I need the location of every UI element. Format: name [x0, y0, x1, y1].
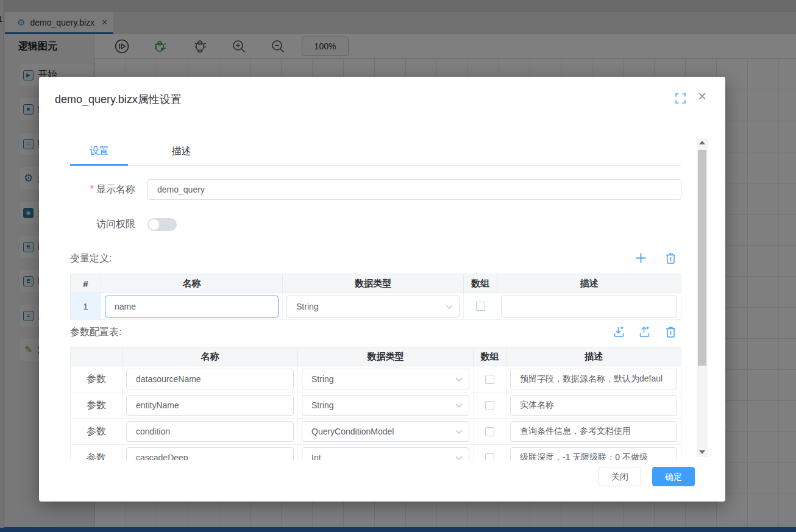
tab-settings[interactable]: 设置: [70, 139, 128, 166]
param-array-cell: [474, 445, 506, 460]
tab-description[interactable]: 描述: [152, 139, 210, 166]
display-name-label-text: 显示名称: [96, 184, 135, 194]
chevron-down-icon: [455, 456, 463, 460]
chevron-down-icon: [455, 377, 463, 381]
param-array-checkbox[interactable]: [485, 427, 494, 436]
param-type-select[interactable]: Int: [302, 447, 469, 460]
col-header-desc: 描述: [506, 348, 681, 366]
param-name-cell: [123, 445, 298, 460]
import-params-icon[interactable]: [613, 325, 625, 338]
col-header-array: 数组: [464, 274, 497, 293]
col-header-index: #: [71, 274, 101, 293]
col-header-desc: 描述: [497, 274, 681, 293]
fullscreen-icon[interactable]: [675, 93, 686, 104]
confirm-button[interactable]: 确定: [652, 467, 695, 486]
param-array-cell: [474, 366, 506, 392]
param-desc-input[interactable]: [510, 447, 677, 460]
param-name-input[interactable]: [126, 447, 294, 460]
param-kind: 参数: [71, 392, 123, 419]
variables-section-label: 变量定义:: [70, 252, 112, 265]
param-kind: 参数: [71, 445, 123, 460]
col-header-name: 名称: [123, 348, 298, 366]
param-type-select[interactable]: String: [302, 369, 469, 389]
variables-table: # 名称 数据类型 数组 描述 1 String: [70, 274, 681, 320]
param-type-cell: String: [298, 366, 474, 392]
chevron-down-icon: [455, 430, 463, 434]
variable-desc-cell: [497, 293, 681, 320]
param-array-cell: [474, 419, 506, 445]
param-name-input[interactable]: [126, 395, 294, 416]
scroll-up-arrow-icon[interactable]: [697, 138, 708, 147]
param-type-select[interactable]: String: [302, 395, 469, 416]
dialog-footer: 关闭 确定: [39, 460, 725, 502]
param-name-cell: [123, 366, 298, 392]
variable-array-cell: [464, 293, 497, 320]
param-array-checkbox[interactable]: [485, 453, 494, 461]
param-type-cell: QueryConditionModel: [298, 419, 474, 445]
display-name-label: *显示名称: [70, 179, 135, 200]
param-desc-cell: [506, 445, 681, 460]
param-type-value: String: [311, 400, 334, 410]
params-table: 名称 数据类型 数组 描述 参数 String 参数 String 参数: [70, 347, 681, 460]
param-type-cell: Int: [298, 445, 474, 460]
param-desc-input[interactable]: [510, 369, 677, 389]
delete-param-icon[interactable]: [664, 325, 677, 338]
display-name-input[interactable]: [147, 179, 681, 200]
chevron-down-icon: [455, 403, 463, 408]
variable-desc-input[interactable]: [501, 296, 677, 317]
params-section-label: 参数配置表:: [70, 326, 121, 339]
properties-dialog: demo_query.bizx属性设置 × 设置 描述 *显示名称 访问权限 变…: [39, 77, 725, 502]
param-type-select[interactable]: QueryConditionModel: [302, 421, 469, 442]
param-array-cell: [474, 392, 506, 419]
param-name-input[interactable]: [126, 369, 294, 389]
param-array-checkbox[interactable]: [485, 375, 494, 384]
param-type-cell: String: [298, 392, 474, 419]
variable-name-cell: [101, 293, 283, 320]
dialog-body: 设置 描述 *显示名称 访问权限 变量定义: # 名称 数据类型 数组 描述 1: [39, 135, 697, 460]
access-toggle[interactable]: [147, 218, 177, 231]
add-variable-icon[interactable]: [634, 252, 647, 264]
col-header-type: 数据类型: [298, 348, 474, 366]
variable-type-select[interactable]: String: [286, 296, 460, 317]
required-mark: *: [90, 184, 94, 194]
param-desc-cell: [506, 419, 681, 445]
close-icon[interactable]: ×: [698, 89, 706, 104]
param-type-value: Int: [311, 453, 321, 460]
close-button[interactable]: 关闭: [599, 467, 641, 486]
dialog-tabs: 设置 描述: [70, 139, 681, 166]
param-kind: 参数: [71, 419, 123, 445]
variable-row-index: 1: [71, 293, 101, 320]
param-type-value: String: [311, 374, 334, 384]
param-desc-cell: [506, 392, 681, 419]
col-header-name: 名称: [101, 274, 283, 293]
param-kind: 参数: [71, 366, 123, 392]
param-type-value: QueryConditionModel: [311, 427, 394, 436]
variable-name-input[interactable]: [105, 296, 279, 317]
param-desc-cell: [506, 366, 681, 392]
variable-array-checkbox[interactable]: [476, 302, 485, 311]
param-desc-input[interactable]: [510, 395, 677, 416]
export-params-icon[interactable]: [638, 325, 651, 338]
param-array-checkbox[interactable]: [485, 401, 494, 410]
variable-type-cell: String: [283, 293, 464, 320]
toggle-knob: [149, 219, 159, 230]
dialog-title: demo_query.bizx属性设置: [55, 92, 182, 107]
access-label: 访问权限: [70, 214, 135, 235]
param-name-input[interactable]: [126, 421, 294, 442]
dialog-scrollbar[interactable]: [697, 138, 708, 457]
col-header-blank: [71, 348, 123, 366]
scroll-down-arrow-icon[interactable]: [697, 447, 708, 457]
col-header-array: 数组: [474, 348, 506, 366]
delete-variable-icon[interactable]: [664, 252, 677, 264]
param-name-cell: [123, 392, 298, 419]
chevron-down-icon: [446, 305, 453, 309]
scrollbar-thumb[interactable]: [698, 150, 706, 366]
col-header-type: 数据类型: [283, 274, 464, 293]
param-desc-input[interactable]: [510, 421, 677, 442]
variable-type-value: String: [296, 302, 319, 311]
param-name-cell: [123, 419, 298, 445]
